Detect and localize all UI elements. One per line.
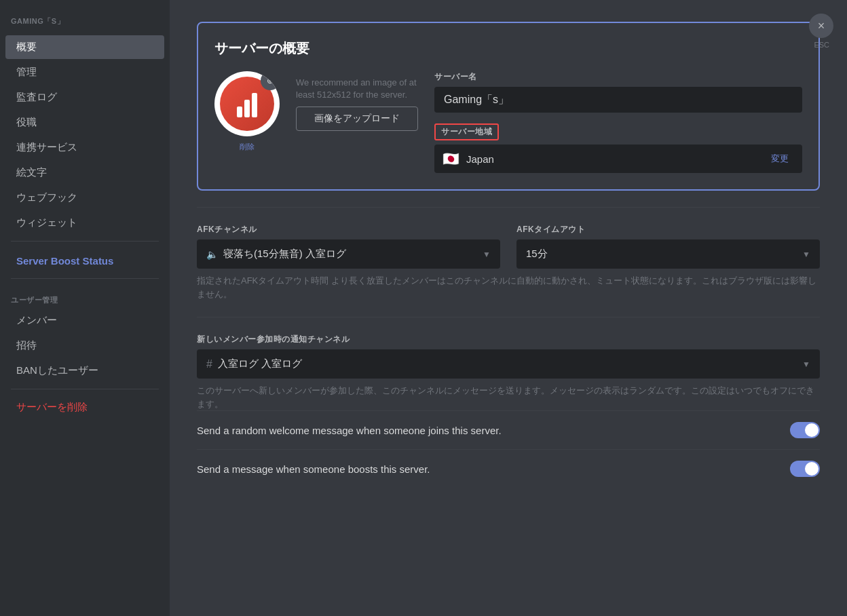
afk-channel-left: 🔈 寝落ち(15分無音) 入室ログ xyxy=(206,248,346,261)
afk-channel-dropdown[interactable]: 🔈 寝落ち(15分無音) 入室ログ ▼ xyxy=(197,239,500,269)
welcome-description: このサーバーへ新しいメンバーが参加した際、このチャンネルにメッセージを送ります。… xyxy=(197,384,820,410)
server-icon-wrapper: ⊕ 削除 xyxy=(214,71,280,152)
sidebar-item-banned[interactable]: BANしたユーザー xyxy=(5,359,164,383)
bar-2 xyxy=(244,100,250,117)
icon-bars xyxy=(237,90,257,117)
upload-button[interactable]: 画像をアップロード xyxy=(296,107,418,131)
section-divider-2 xyxy=(197,317,820,317)
region-label: サーバー地域 xyxy=(434,123,499,140)
server-name-field: サーバー名 xyxy=(434,71,802,113)
sidebar-item-management[interactable]: 管理 xyxy=(5,60,164,84)
sidebar-item-emoji[interactable]: 絵文字 xyxy=(5,161,164,185)
region-selector[interactable]: 🇯🇵 Japan 変更 xyxy=(434,145,802,173)
sidebar: GAMING「S」 概要 管理 監査ログ 役職 連携サービス 絵文字 ウェブフッ… xyxy=(0,0,170,616)
afk-description: 指定されたAFKタイムアウト時間 より長く放置したメンバーはこのチャンネルに自動… xyxy=(197,274,820,301)
welcome-channel-label: 新しいメンバー参加時の通知チャンネル xyxy=(197,334,820,345)
esc-label: ESC xyxy=(814,41,829,49)
sidebar-item-members[interactable]: メンバー xyxy=(5,309,164,332)
toggle-1[interactable] xyxy=(790,422,820,438)
toggle-2[interactable] xyxy=(790,461,820,477)
sidebar-divider-1 xyxy=(11,241,159,242)
afk-channel-text: 寝落ち(15分無音) 入室ログ xyxy=(223,248,346,261)
sidebar-item-audit-log[interactable]: 監査ログ xyxy=(5,85,164,109)
speaker-icon: 🔈 xyxy=(206,249,218,260)
afk-timeout-label: AFKタイムアウト xyxy=(516,224,820,235)
region-flag: 🇯🇵 xyxy=(443,151,459,167)
edit-icon-button[interactable]: ⊕ xyxy=(261,71,280,90)
server-icon[interactable]: ⊕ xyxy=(214,71,280,136)
section-divider-1 xyxy=(197,207,820,208)
afk-channel-chevron: ▼ xyxy=(483,250,491,259)
sidebar-divider-2 xyxy=(11,278,159,279)
sidebar-item-invites[interactable]: 招待 xyxy=(5,334,164,358)
afk-timeout-chevron: ▼ xyxy=(802,250,810,259)
sidebar-item-webhooks[interactable]: ウェブフック xyxy=(5,186,164,210)
toggle-row-2: Send a message when someone boosts this … xyxy=(197,449,820,488)
region-change-button[interactable]: 変更 xyxy=(766,150,794,168)
sidebar-divider-3 xyxy=(11,389,159,389)
toggle-1-label: Send a random welcome message when someo… xyxy=(197,425,502,436)
server-settings-right: サーバー名 サーバー地域 🇯🇵 Japan 変更 xyxy=(434,71,802,173)
sidebar-item-widgets[interactable]: ウィジェット xyxy=(5,211,164,235)
toggle-1-knob xyxy=(805,423,818,437)
delete-icon-label[interactable]: 削除 xyxy=(240,142,255,152)
welcome-channel-section: 新しいメンバー参加時の通知チャンネル # 入室ログ 入室ログ ▼ このサーバーへ… xyxy=(197,334,820,410)
welcome-channel-dropdown[interactable]: # 入室ログ 入室ログ ▼ xyxy=(197,349,820,379)
overview-title: サーバーの概要 xyxy=(214,39,802,58)
close-button[interactable]: × xyxy=(809,14,833,38)
bar-3 xyxy=(252,93,257,117)
sidebar-item-overview[interactable]: 概要 xyxy=(5,35,164,59)
hash-icon: # xyxy=(206,358,212,370)
toggle-2-knob xyxy=(805,462,818,476)
upload-section: We recommend an image of at least 512x51… xyxy=(296,77,418,131)
server-region-field: サーバー地域 🇯🇵 Japan 変更 xyxy=(434,123,802,173)
upload-hint: We recommend an image of at least 512x51… xyxy=(296,77,418,101)
sidebar-item-delete-server[interactable]: サーバーを削除 xyxy=(5,396,164,419)
server-name-label: サーバー名 xyxy=(434,71,802,83)
user-management-label: ユーザー管理 xyxy=(0,284,170,308)
afk-channel-label: AFKチャンネル xyxy=(197,224,500,235)
toggle-row-1: Send a random welcome message when someo… xyxy=(197,410,820,449)
main-content: × ESC サーバーの概要 ⊕ 削除 xyxy=(170,0,847,616)
overview-content: ⊕ 削除 We recommend an image of at least 5… xyxy=(214,71,802,173)
server-name-input[interactable] xyxy=(434,87,802,113)
afk-channel-col: AFKチャンネル 🔈 寝落ち(15分無音) 入室ログ ▼ xyxy=(197,224,500,269)
afk-timeout-dropdown[interactable]: 15分 ▼ xyxy=(516,239,820,269)
welcome-channel-value: 入室ログ 入室ログ xyxy=(218,358,302,370)
overview-box: サーバーの概要 ⊕ 削除 We recom xyxy=(197,22,820,191)
sidebar-item-boost-status[interactable]: Server Boost Status xyxy=(5,250,164,272)
afk-timeout-value: 15分 xyxy=(526,248,548,261)
afk-section: AFKチャンネル 🔈 寝落ち(15分無音) 入室ログ ▼ AFKタイムアウト 1… xyxy=(197,224,820,269)
sidebar-item-roles[interactable]: 役職 xyxy=(5,111,164,134)
welcome-channel-left: # 入室ログ 入室ログ xyxy=(206,358,302,370)
bar-1 xyxy=(237,107,242,117)
region-name: Japan xyxy=(466,153,759,165)
welcome-channel-chevron: ▼ xyxy=(802,360,810,369)
toggle-2-label: Send a message when someone boosts this … xyxy=(197,463,430,475)
sidebar-item-integrations[interactable]: 連携サービス xyxy=(5,136,164,159)
afk-timeout-col: AFKタイムアウト 15分 ▼ xyxy=(516,224,820,269)
server-name-label: GAMING「S」 xyxy=(0,11,170,35)
